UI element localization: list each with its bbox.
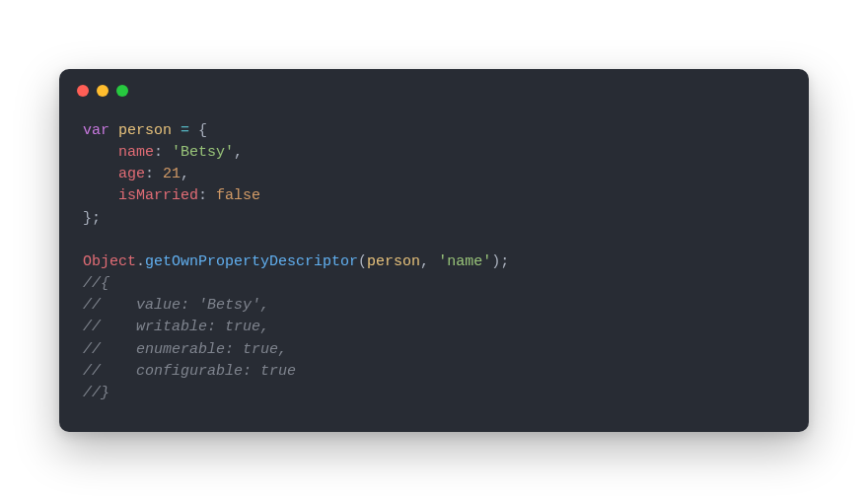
code-window: var person = { name: 'Betsy', age: 21, i…: [59, 69, 809, 432]
code-token: .: [136, 253, 145, 270]
code-line: // writable: true,: [83, 319, 269, 335]
code-token: {: [189, 122, 207, 139]
code-token: // writable: true,: [83, 319, 269, 335]
code-token: [83, 144, 118, 161]
code-token: 'name': [438, 253, 491, 270]
code-line: // value: 'Betsy',: [83, 297, 269, 314]
code-line: };: [83, 210, 101, 227]
code-line: // enumerable: true,: [83, 341, 287, 358]
code-token: ,: [181, 166, 189, 182]
code-line: //{: [83, 275, 109, 292]
code-line: isMarried: false: [83, 187, 260, 204]
code-token: // value: 'Betsy',: [83, 297, 269, 314]
code-token: Object: [83, 253, 136, 270]
close-icon[interactable]: [77, 85, 89, 97]
code-token: };: [83, 210, 101, 227]
code-token: 21: [163, 166, 181, 182]
code-token: :: [198, 187, 216, 204]
code-token: getOwnPropertyDescriptor: [145, 253, 358, 270]
code-token: );: [491, 253, 509, 270]
code-token: :: [154, 144, 172, 161]
code-token: name: [118, 144, 154, 161]
code-token: =: [181, 122, 189, 139]
code-token: //{: [83, 275, 109, 292]
code-token: ,: [234, 144, 243, 161]
code-line: name: 'Betsy',: [83, 144, 243, 161]
code-line: var person = {: [83, 122, 207, 139]
code-token: (: [358, 253, 367, 270]
code-token: //}: [83, 385, 109, 401]
code-token: [83, 166, 118, 182]
code-token: isMarried: [118, 187, 198, 204]
code-block: var person = { name: 'Betsy', age: 21, i…: [59, 112, 809, 432]
zoom-icon[interactable]: [116, 85, 128, 97]
code-line: // configurable: true: [83, 363, 296, 380]
code-token: // configurable: true: [83, 363, 296, 380]
code-token: 'Betsy': [172, 144, 234, 161]
code-token: // enumerable: true,: [83, 341, 287, 358]
code-token: person: [118, 122, 172, 139]
code-token: age: [118, 166, 145, 182]
code-token: [83, 187, 118, 204]
titlebar: [59, 69, 809, 112]
code-line: age: 21,: [83, 166, 189, 182]
minimize-icon[interactable]: [97, 85, 108, 97]
code-token: person: [367, 253, 420, 270]
code-token: var: [83, 122, 118, 139]
code-token: false: [216, 187, 260, 204]
code-line: Object.getOwnPropertyDescriptor(person, …: [83, 253, 509, 270]
code-token: ,: [420, 253, 438, 270]
code-token: [172, 122, 181, 139]
code-line: //}: [83, 385, 109, 401]
code-token: :: [145, 166, 163, 182]
